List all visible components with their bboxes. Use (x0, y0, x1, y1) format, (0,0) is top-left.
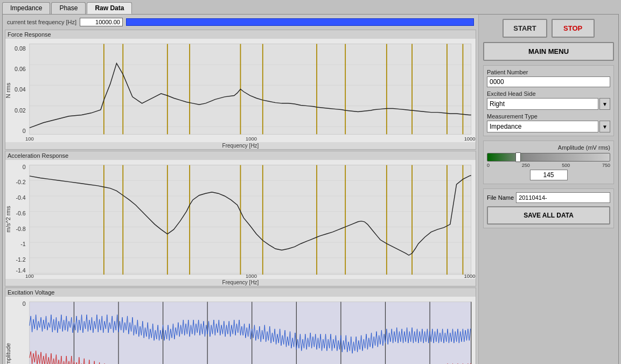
slider-tick-250: 250 (522, 163, 530, 168)
svg-text:10000: 10000 (464, 273, 476, 279)
svg-text:-1.2: -1.2 (16, 256, 25, 263)
svg-text:10000: 10000 (464, 136, 476, 142)
excitation-chart-section: Excitation Voltage Amplitude 0 -0.001 (5, 288, 476, 364)
freq-label: current test frequency [Hz] (7, 19, 76, 25)
force-chart-area: 0.08 0.06 0.04 0.02 0 N rms (5, 39, 476, 142)
slider-tick-750: 750 (602, 163, 610, 168)
measurement-type-input[interactable] (487, 121, 598, 132)
svg-text:N rms: N rms (5, 83, 11, 99)
right-panel: START STOP MAIN MENU Patient Number Exci… (478, 15, 618, 364)
content-area: current test frequency [Hz] 10000.00 For… (2, 14, 619, 364)
svg-text:0.02: 0.02 (15, 107, 26, 114)
excitation-chart-svg: Amplitude 0 -0.001 (5, 297, 476, 364)
force-chart-section: Force Response 0.08 0.06 0.04 0.02 0 N r… (5, 30, 476, 150)
slider-tick-0: 0 (487, 163, 490, 168)
svg-text:1000: 1000 (246, 273, 257, 279)
svg-text:0.04: 0.04 (15, 86, 26, 93)
amplitude-slider-thumb[interactable] (515, 152, 521, 162)
svg-text:0.06: 0.06 (15, 66, 26, 72)
excited-head-row: ▼ (487, 98, 610, 110)
svg-text:-0.6: -0.6 (16, 210, 25, 216)
accel-chart-section: Acceleration Response m/s^2 rms 0 -0.2 -… (5, 151, 476, 286)
svg-rect-6 (30, 44, 471, 135)
tab-bar: Impedance Phase Raw Data (0, 0, 621, 14)
force-xlabel: Frequency [Hz] (5, 142, 476, 149)
svg-text:0: 0 (23, 128, 26, 134)
excited-head-label: Excited Head Side (487, 90, 610, 97)
measurement-type-row: ▼ (487, 121, 610, 132)
svg-text:0.08: 0.08 (15, 45, 26, 51)
start-stop-row: START STOP (483, 19, 614, 38)
main-container: Impedance Phase Raw Data current test fr… (0, 0, 621, 364)
svg-text:100: 100 (25, 136, 34, 142)
svg-text:-0.8: -0.8 (16, 225, 25, 232)
force-chart-svg: 0.08 0.06 0.04 0.02 0 N rms (5, 39, 476, 142)
amplitude-section: Amplitude (mV rms) 0 250 500 750 (483, 141, 614, 184)
svg-text:0: 0 (23, 300, 26, 307)
freq-bar-row: current test frequency [Hz] 10000.00 (5, 17, 476, 27)
freq-value: 10000.00 (80, 18, 123, 26)
file-section: File Name SAVE ALL DATA (483, 188, 614, 228)
patient-number-label: Patient Number (487, 69, 610, 75)
svg-text:-0.4: -0.4 (16, 194, 25, 201)
slider-ticks: 0 250 500 750 (487, 163, 610, 168)
svg-text:1000: 1000 (246, 136, 257, 142)
svg-text:0: 0 (23, 163, 26, 170)
save-all-data-button[interactable]: SAVE ALL DATA (487, 206, 610, 225)
freq-progress-bar (126, 18, 474, 26)
settings-section: Patient Number Excited Head Side ▼ Measu… (483, 65, 614, 136)
slider-tick-500: 500 (562, 163, 570, 168)
amplitude-value-input[interactable] (530, 170, 568, 180)
patient-number-input[interactable] (487, 76, 610, 87)
excited-head-dropdown-arrow[interactable]: ▼ (599, 98, 610, 110)
measurement-type-dropdown-arrow[interactable]: ▼ (599, 121, 610, 132)
accel-chart-svg: m/s^2 rms 0 -0.2 -0.4 -0.6 -0.8 -1 -1.2 … (5, 160, 476, 279)
accel-chart-area: m/s^2 rms 0 -0.2 -0.4 -0.6 -0.8 -1 -1.2 … (5, 160, 476, 279)
svg-text:100: 100 (25, 273, 34, 279)
file-name-input[interactable] (516, 192, 610, 203)
tab-rawdata[interactable]: Raw Data (87, 2, 132, 14)
measurement-type-label: Measurement Type (487, 113, 610, 120)
amplitude-label: Amplitude (mV rms) (487, 144, 610, 151)
file-name-row: File Name (487, 192, 610, 203)
svg-text:-1: -1 (20, 241, 25, 247)
excitation-chart-title: Excitation Voltage (5, 288, 476, 297)
accel-chart-title: Acceleration Response (5, 151, 476, 160)
svg-text:Amplitude: Amplitude (5, 343, 11, 364)
amplitude-slider-track[interactable] (487, 153, 610, 162)
force-chart-title: Force Response (5, 30, 476, 39)
svg-text:m/s^2 rms: m/s^2 rms (5, 206, 11, 232)
left-panel: current test frequency [Hz] 10000.00 For… (3, 15, 478, 364)
accel-xlabel: Frequency [Hz] (5, 279, 476, 286)
tab-phase[interactable]: Phase (51, 2, 86, 14)
stop-button[interactable]: STOP (552, 19, 595, 38)
excitation-chart-area: Amplitude 0 -0.001 (5, 297, 476, 364)
excited-head-input[interactable] (487, 98, 598, 110)
file-name-label: File Name (487, 194, 514, 201)
main-menu-button[interactable]: MAIN MENU (483, 42, 614, 61)
svg-text:-1.4: -1.4 (16, 267, 25, 274)
start-button[interactable]: START (503, 19, 547, 38)
tab-impedance[interactable]: Impedance (2, 2, 50, 14)
svg-text:-0.2: -0.2 (16, 179, 25, 185)
svg-rect-37 (30, 165, 471, 274)
